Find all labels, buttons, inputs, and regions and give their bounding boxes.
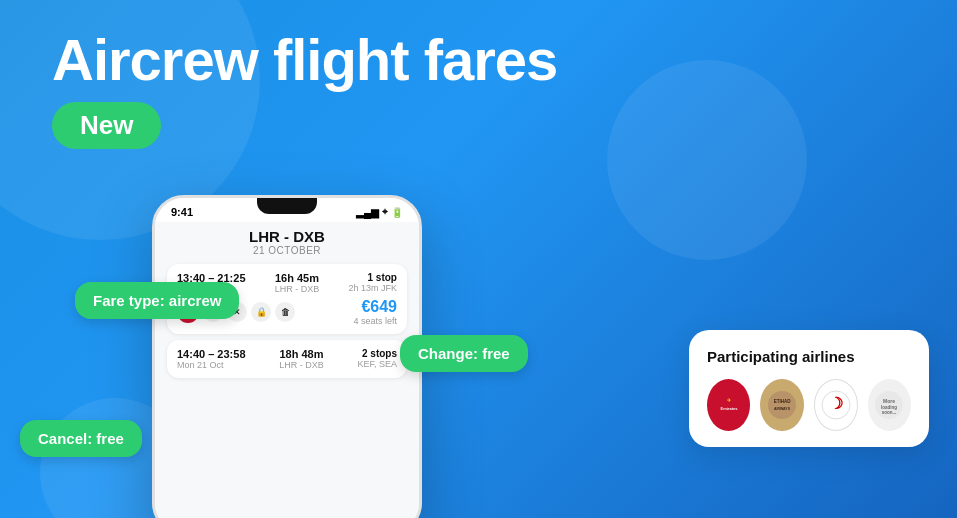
emirates-logo-svg: ✈ Emirates xyxy=(714,390,744,420)
price-block: €649 4 seats left xyxy=(353,298,397,326)
airlines-card: Participating airlines ✈ Emirates ETIHAD… xyxy=(689,330,929,447)
svg-text:☽: ☽ xyxy=(829,395,843,412)
header-section: Aircrew flight fares New xyxy=(52,28,557,149)
status-icons: ▂▄▆ ⌖ 🔋 xyxy=(356,206,403,218)
tooltip-fare-type: Fare type: aircrew xyxy=(75,282,239,319)
tooltip-change: Change: free xyxy=(400,335,528,372)
wifi-icon: ⌖ xyxy=(382,206,388,218)
signal-icon: ▂▄▆ xyxy=(356,207,379,218)
etihad-logo-svg: ETIHAD AIRWAYS xyxy=(767,390,797,420)
airlines-card-title: Participating airlines xyxy=(707,348,911,365)
phone-content: LHR - DXB 21 OCTOBER 13:40 – 21:25 Mon 2… xyxy=(155,222,419,518)
flight-time-2: 14:40 – 23:58 Mon 21 Oct xyxy=(177,348,246,370)
deco-circle-2 xyxy=(607,60,807,260)
svg-text:More: More xyxy=(883,398,895,404)
turkish-logo-svg: ☽ xyxy=(821,390,851,420)
etihad-logo: ETIHAD AIRWAYS xyxy=(760,379,803,431)
phone-mockup: 9:41 ▂▄▆ ⌖ 🔋 LHR - DXB 21 OCTOBER 13:40 … xyxy=(152,195,422,518)
route-header: LHR - DXB 21 OCTOBER xyxy=(167,228,407,256)
svg-text:ETIHAD: ETIHAD xyxy=(774,399,792,404)
svg-text:soon...: soon... xyxy=(882,410,897,415)
new-badge: New xyxy=(52,102,161,149)
emirates-logo: ✈ Emirates xyxy=(707,379,750,431)
flight-card-2[interactable]: 14:40 – 23:58 Mon 21 Oct 18h 48m LHR - D… xyxy=(167,340,407,378)
airlines-logos: ✈ Emirates ETIHAD AIRWAYS ☽ More lo xyxy=(707,379,911,431)
page-title: Aircrew flight fares xyxy=(52,28,557,92)
svg-point-5 xyxy=(768,391,796,419)
flight-duration-2: 18h 48m LHR - DXB xyxy=(279,348,324,370)
flight-stops-2: 2 stops KEF, SEA xyxy=(357,348,397,369)
svg-text:AIRWAYS: AIRWAYS xyxy=(774,407,791,411)
svg-text:Emirates: Emirates xyxy=(720,406,738,411)
lock-icon[interactable]: 🔒 xyxy=(251,302,271,322)
delete-icon[interactable]: 🗑 xyxy=(275,302,295,322)
phone-notch xyxy=(257,198,317,214)
more-badge-svg: More loading soon... xyxy=(874,390,904,420)
route-title: LHR - DXB xyxy=(167,228,407,245)
flight-duration-1: 16h 45m LHR - DXB xyxy=(275,272,320,294)
svg-point-2 xyxy=(715,391,743,419)
flight-stops-1: 1 stop 2h 13m JFK xyxy=(348,272,397,293)
turkish-logo: ☽ xyxy=(814,379,858,431)
phone-time: 9:41 xyxy=(171,206,193,218)
flight-row-2: 14:40 – 23:58 Mon 21 Oct 18h 48m LHR - D… xyxy=(177,348,397,370)
battery-icon: 🔋 xyxy=(391,207,403,218)
more-airlines-badge: More loading soon... xyxy=(868,379,911,431)
route-date: 21 OCTOBER xyxy=(167,245,407,256)
tooltip-cancel: Cancel: free xyxy=(20,420,142,457)
